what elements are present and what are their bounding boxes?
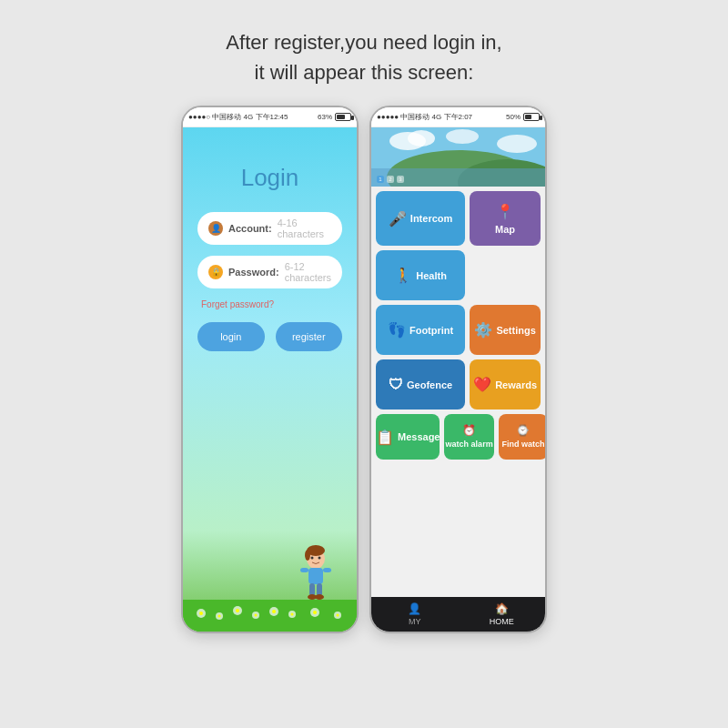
nav-home-icon: 🏠 [495,602,509,615]
banner-dot-3[interactable]: 3 [397,176,404,183]
intercom-button[interactable]: 🎤 Intercom [376,191,465,246]
settings-label: Settings [496,325,535,336]
svg-point-24 [291,613,294,616]
grid-row-1: 🎤 Intercom 📍 Map [376,191,541,246]
map-button[interactable]: 📍 Map [470,191,541,246]
svg-point-2 [305,550,310,561]
svg-point-33 [497,135,537,153]
svg-rect-9 [317,583,322,596]
map-icon: 📍 [496,203,514,220]
status-right-home: 50% [506,113,540,121]
phone-home: ●●●●● 中国移动 4G 下午2:07 50% [369,106,547,633]
health-button[interactable]: 🚶 Health [376,250,465,300]
rewards-button[interactable]: ❤️ Rewards [470,359,541,410]
status-bar-login: ●●●●○ 中国移动 4G 下午12:45 63% [183,107,357,127]
svg-point-4 [318,557,321,560]
svg-rect-6 [300,568,308,572]
svg-point-20 [255,614,258,617]
geofence-button[interactable]: 🛡 Geofence [376,359,465,410]
status-right-login: 63% [318,113,351,121]
settings-icon: ⚙️ [474,321,492,339]
account-label: Account: [228,223,272,234]
find-watch-button[interactable]: ⌚ Find watch [499,414,545,460]
phones-container: ●●●●○ 中国移动 4G 下午12:45 63% Login 👤 Accoun… [181,106,547,633]
login-title: Login [241,164,299,192]
geofence-icon: 🛡 [389,377,403,393]
footprint-button[interactable]: 👣 Footprint [376,305,465,355]
svg-point-22 [272,610,276,613]
svg-point-3 [311,557,314,560]
svg-rect-7 [323,568,331,572]
message-label: Message [398,431,440,442]
banner-dot-1[interactable]: 1 [377,176,384,183]
banner-dot-2[interactable]: 2 [387,176,394,183]
home-main-grid: 🎤 Intercom 📍 Map 🚶 Health [371,187,545,597]
grid-row-2: 🚶 Health [376,250,541,300]
password-icon: 🔒 [208,265,223,279]
forget-password[interactable]: Forget password? [201,299,274,309]
grid-row-4: 🛡 Geofence ❤️ Rewards [376,359,541,410]
message-icon: 📋 [376,429,394,446]
watch-alarm-button[interactable]: ⏰ watch alarm [444,414,493,460]
battery-pct-home: 50% [506,113,521,121]
status-bar-home: ●●●●● 中国移动 4G 下午2:07 50% [371,107,545,127]
nav-home[interactable]: 🏠 HOME [459,597,546,632]
settings-button[interactable]: ⚙️ Settings [470,305,541,355]
account-icon: 👤 [208,221,223,236]
login-button[interactable]: login [197,322,265,351]
svg-point-31 [408,130,435,147]
geofence-label: Geofence [407,379,452,390]
header-text: After register,you need login in, it wil… [226,27,501,87]
btn-row: login register [197,322,342,351]
intercom-label: Intercom [410,213,452,224]
svg-rect-5 [308,568,323,584]
intercom-icon: 🎤 [389,210,407,228]
character [293,541,339,604]
password-placeholder: 6-12 characters [285,261,331,283]
password-field[interactable]: 🔒 Password: 6-12 characters [197,256,342,288]
nav-my-label: MY [409,617,421,626]
status-left-home: ●●●●● 中国移动 4G 下午2:07 [377,112,472,122]
nav-my-icon: 👤 [408,602,421,615]
message-button[interactable]: 📋 Message [376,414,440,460]
register-button[interactable]: register [276,322,343,351]
home-screen: 1 2 3 🎤 Intercom 📍 [371,127,545,632]
footprint-label: Footprint [410,325,453,336]
nav-home-label: HOME [490,617,514,626]
watch-alarm-label: watch alarm [446,440,493,450]
login-screen: Login 👤 Account: 4-16 characters 🔒 Passw… [183,127,357,632]
svg-rect-8 [309,583,315,596]
nav-my[interactable]: 👤 MY [371,597,459,632]
svg-point-14 [199,612,203,615]
banner-dots: 1 2 3 [377,176,404,183]
grass-bottom [183,600,357,632]
home-banner: 1 2 3 [371,127,545,187]
grid-row-3: 👣 Footprint ⚙️ Settings [376,305,541,355]
phone-login: ●●●●○ 中国移动 4G 下午12:45 63% Login 👤 Accoun… [181,106,359,633]
battery-pct-login: 63% [318,113,332,121]
svg-point-16 [218,615,221,618]
svg-point-32 [446,129,479,144]
header-line2: it will appear this screen: [255,61,474,84]
account-field[interactable]: 👤 Account: 4-16 characters [197,212,342,245]
rewards-icon: ❤️ [473,376,491,393]
status-left-login: ●●●●○ 中国移动 4G 下午12:45 [188,112,288,122]
find-watch-icon: ⌚ [516,424,530,437]
svg-point-26 [313,611,317,614]
watch-alarm-icon: ⏰ [462,424,476,437]
health-label: Health [416,270,447,281]
map-label: Map [495,224,515,235]
home-nav: 👤 MY 🏠 HOME [371,597,545,632]
svg-point-28 [337,614,339,617]
grid-row-5: 📋 Message ⏰ watch alarm ⌚ Find watch [376,414,541,460]
battery-icon-login [335,113,351,121]
account-placeholder: 4-16 characters [278,217,331,239]
svg-rect-12 [183,600,357,632]
health-icon: 🚶 [394,267,412,284]
find-watch-label: Find watch [501,440,544,450]
battery-icon-home [523,113,540,121]
footprint-icon: 👣 [388,321,406,339]
header-line1: After register,you need login in, [226,31,501,54]
rewards-label: Rewards [495,379,537,390]
svg-point-18 [236,609,239,612]
